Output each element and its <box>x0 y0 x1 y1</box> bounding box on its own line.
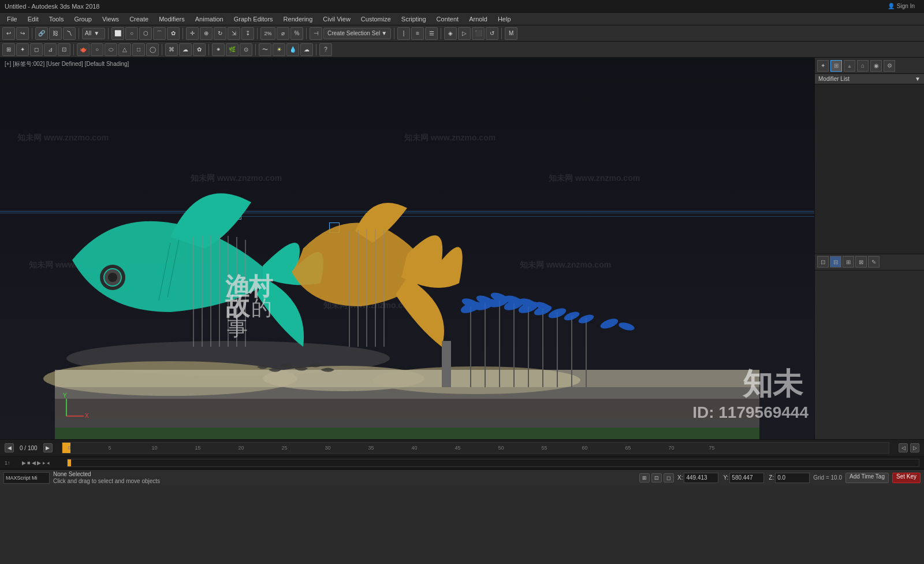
render-scene-button[interactable]: ◈ <box>444 27 457 40</box>
keyframe-prev-button[interactable]: ◁ <box>899 443 908 452</box>
x-value[interactable]: 449.413 <box>684 473 718 483</box>
create-selection-button[interactable]: Create Selection Sel ▼ <box>323 28 391 39</box>
coord-icon-3[interactable]: ◻ <box>664 473 674 483</box>
timeline-track[interactable]: 0 5 10 15 20 25 30 35 40 45 50 55 60 65 … <box>62 442 889 454</box>
signin-label[interactable]: Sign In <box>897 3 915 9</box>
coord-icon-2[interactable]: ⊡ <box>651 473 662 483</box>
tick-65: 65 <box>625 445 631 451</box>
bind-button[interactable]: 〽 <box>63 27 76 40</box>
cone-icon[interactable]: △ <box>118 43 131 56</box>
angle-button[interactable]: ⌀ <box>277 27 289 40</box>
select-rect-button[interactable]: ⬜ <box>111 27 124 40</box>
grid-toggle[interactable]: ⊡ <box>58 43 70 56</box>
sun-button[interactable]: ☀ <box>273 43 285 56</box>
render-region-button[interactable]: ⬛ <box>472 27 485 40</box>
utilities-tab-icon[interactable]: ⚙ <box>884 60 895 72</box>
viewport[interactable]: [+] [标签号:002] [User Defined] [Default Sh… <box>0 58 814 439</box>
snap-toggle[interactable]: ⊞ <box>2 43 15 56</box>
create-tab-icon[interactable]: ✦ <box>817 60 829 72</box>
snap2d-toggle[interactable]: ✦ <box>16 43 29 56</box>
menu-customize[interactable]: Customize <box>356 14 396 24</box>
move-button[interactable]: ⊕ <box>200 27 213 40</box>
help-icon-button[interactable]: ? <box>319 43 332 56</box>
maxscript-input[interactable]: MAXScript Mi <box>3 472 50 484</box>
keyframe-next-button[interactable]: ▷ <box>910 443 919 452</box>
menu-arnold[interactable]: Arnold <box>464 14 492 24</box>
menu-graph-editors[interactable]: Graph Editors <box>229 14 278 24</box>
select-circle-button[interactable]: ○ <box>125 27 138 40</box>
menu-content[interactable]: Content <box>432 14 464 24</box>
layers2-button[interactable]: ☰ <box>425 27 438 40</box>
z-value[interactable]: 0.0 <box>775 473 810 483</box>
y-value[interactable]: 580.447 <box>729 473 764 483</box>
menu-create[interactable]: Create <box>125 14 153 24</box>
percent-button[interactable]: 2% <box>260 27 275 40</box>
menu-rendering[interactable]: Rendering <box>279 14 318 24</box>
select-lasso-button[interactable]: ⌒ <box>153 27 166 40</box>
blend-button[interactable]: ✿ <box>193 43 206 56</box>
cylinder-icon[interactable]: ⬭ <box>105 43 117 56</box>
sphere-icon[interactable]: ○ <box>91 43 103 56</box>
modify-tab-icon[interactable]: ⊞ <box>830 60 842 72</box>
menu-group[interactable]: Group <box>69 14 96 24</box>
menu-animation[interactable]: Animation <box>191 14 228 24</box>
filter-dropdown[interactable]: All ▼ <box>82 28 105 39</box>
select-fence-button[interactable]: ⬡ <box>139 27 152 40</box>
motion-tab-icon[interactable]: ⌂ <box>857 60 869 72</box>
modifier-icon-5[interactable]: ✎ <box>868 256 880 268</box>
time-navigation: ◀ 0 / 100 ▶ <box>0 443 57 452</box>
coord-icon-1[interactable]: ⊞ <box>639 473 650 483</box>
rotate-button[interactable]: ↻ <box>214 27 226 40</box>
hierarchy-toggle[interactable]: ⊿ <box>44 43 57 56</box>
set-key-button[interactable]: Set Key <box>892 473 921 483</box>
scatter-button[interactable]: ⁕ <box>212 43 225 56</box>
redo-button[interactable]: ↪ <box>16 27 29 40</box>
menu-edit[interactable]: Edit <box>23 14 43 24</box>
relax-button[interactable]: ☁ <box>179 43 192 56</box>
modifier-icon-2[interactable]: ⊟ <box>830 256 841 268</box>
prev-frame-button[interactable]: ◀ <box>5 443 14 452</box>
link-button[interactable]: 🔗 <box>35 27 48 40</box>
circle-obj-button[interactable]: ⊙ <box>240 43 252 56</box>
add-time-tag-button[interactable]: Add Time Tag <box>845 473 889 483</box>
undo-button[interactable]: ↩ <box>2 27 15 40</box>
layers-button[interactable]: ≡ <box>411 27 424 40</box>
render-frame-button[interactable]: ▷ <box>458 27 471 40</box>
time-display: 0 / 100 <box>16 445 41 451</box>
menu-views[interactable]: Views <box>98 14 124 24</box>
snap-cycle-button[interactable]: % <box>290 27 303 40</box>
menu-scripting[interactable]: Scripting <box>397 14 431 24</box>
signin-area[interactable]: 👤 Sign In <box>883 3 919 9</box>
paint-deform-button[interactable]: ⌘ <box>165 43 178 56</box>
tick-55: 55 <box>542 445 547 451</box>
menu-civil-view[interactable]: Civil View <box>318 14 355 24</box>
water-button[interactable]: 💧 <box>286 43 299 56</box>
cloud-button[interactable]: ☁ <box>300 43 313 56</box>
place-button[interactable]: ↧ <box>241 27 254 40</box>
modifier-icon-1[interactable]: ⊡ <box>817 256 829 268</box>
plant-button[interactable]: 🌿 <box>226 43 239 56</box>
unlink-button[interactable]: ⛓ <box>49 27 62 40</box>
menu-file[interactable]: File <box>2 14 22 24</box>
road-button[interactable]: 〜 <box>259 43 271 56</box>
mat-editor-button[interactable]: M <box>505 27 517 40</box>
named-sets-button[interactable]: | <box>397 27 410 40</box>
menu-tools[interactable]: Tools <box>44 14 69 24</box>
select-button[interactable]: ✛ <box>186 27 199 40</box>
next-frame-button[interactable]: ▶ <box>43 443 53 452</box>
render-last-button[interactable]: ↺ <box>486 27 498 40</box>
box-icon[interactable]: □ <box>132 43 145 56</box>
edge-faces-toggle[interactable]: ◻ <box>30 43 43 56</box>
select-paint-button[interactable]: ✿ <box>167 27 180 40</box>
menu-modifiers[interactable]: Modifiers <box>154 14 189 24</box>
scale-button[interactable]: ⇲ <box>228 27 240 40</box>
display-tab-icon[interactable]: ◉ <box>870 60 882 72</box>
menu-help[interactable]: Help <box>493 14 516 24</box>
hierarchy-tab-icon[interactable]: ⟁ <box>844 60 855 72</box>
modifier-icon-3[interactable]: ⊞ <box>843 256 854 268</box>
teapot-icon[interactable]: 🫖 <box>77 43 90 56</box>
modifier-icon-4[interactable]: ⊠ <box>855 256 867 268</box>
tick-0: 0 <box>68 445 71 451</box>
torus-icon[interactable]: ◯ <box>146 43 159 56</box>
mirror-button[interactable]: ⊣ <box>310 27 322 40</box>
